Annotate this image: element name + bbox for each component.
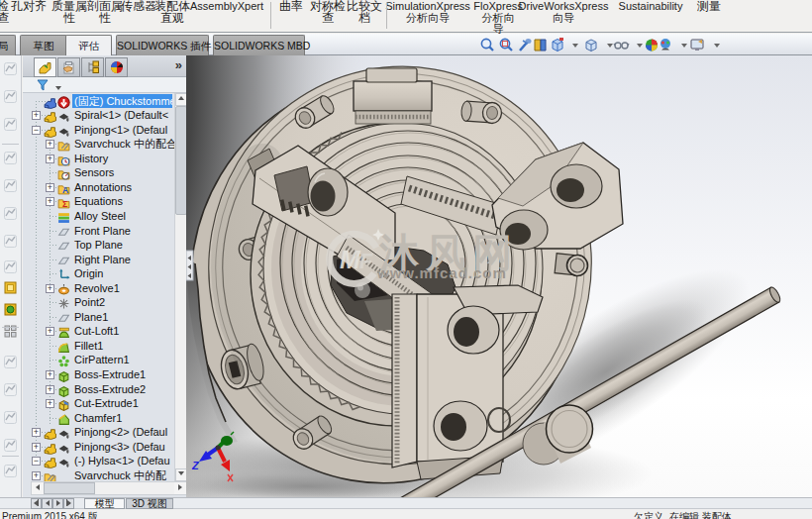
svg-text:www.mfcad.com: www.mfcad.com (376, 264, 507, 281)
svg-text:Σ: Σ (62, 200, 67, 210)
svg-text:M: M (340, 246, 361, 273)
svg-text:F: F (359, 249, 373, 273)
svg-text:A: A (62, 185, 69, 195)
svg-text:Z: Z (191, 460, 200, 471)
